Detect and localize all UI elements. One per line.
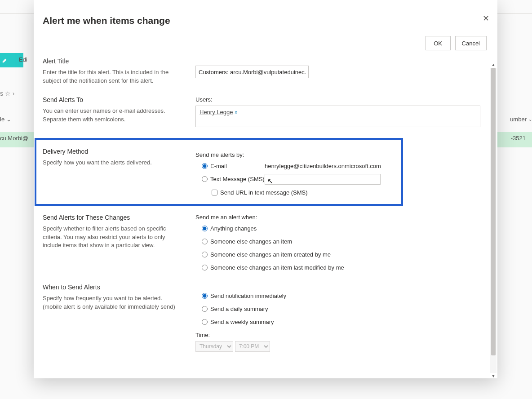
ok-button[interactable]: OK xyxy=(426,36,451,50)
cancel-button[interactable]: Cancel xyxy=(455,36,487,50)
alert-settings-dialog: Alert me when items change ✕ ▲ ▼ OK Canc… xyxy=(34,0,497,378)
changes-desc: Specify whether to filter alerts based o… xyxy=(43,225,177,250)
when-opt-0-label: Send notification immediately xyxy=(210,293,286,299)
when-opt-2-radio[interactable] xyxy=(202,319,208,325)
delivery-desc: Specify how you want the alerts delivere… xyxy=(43,159,177,167)
when-opt-0-radio[interactable] xyxy=(202,293,208,299)
when-heading: When to Send Alerts xyxy=(43,284,177,291)
dialog-buttons-top: OK Cancel xyxy=(43,36,488,50)
dialog-title: Alert me when items change xyxy=(43,15,488,26)
section-changes: Send Alerts for These Changes Specify wh… xyxy=(43,214,488,273)
time-hour-select[interactable]: 7:00 PM xyxy=(235,341,270,352)
delivery-heading: Delivery Method xyxy=(43,148,177,155)
send-to-heading: Send Alerts To xyxy=(43,96,177,103)
users-label: Users: xyxy=(195,96,488,103)
user-chip-remove-icon[interactable]: x xyxy=(235,109,237,115)
change-opt-1-label: Someone else changes an item xyxy=(210,238,292,245)
section-when: When to Send Alerts Specify how frequent… xyxy=(43,284,488,352)
delivery-highlight: Delivery Method Specify how you want the… xyxy=(35,138,403,206)
send-to-desc: You can enter user names or e-mail addre… xyxy=(43,107,177,124)
delivery-email-radio[interactable] xyxy=(202,163,208,169)
delivery-email-value: henrylegge@citizenbuilders.onmicrosoft.c… xyxy=(265,163,397,169)
send-by-label: Send me alerts by: xyxy=(195,151,397,158)
time-day-select[interactable]: Thursday xyxy=(195,341,233,352)
change-opt-0-radio[interactable] xyxy=(202,226,208,231)
section-alert-title: Alert Title Enter the title for this ale… xyxy=(43,58,488,85)
time-label: Time: xyxy=(195,332,488,338)
send-url-checkbox[interactable] xyxy=(212,190,217,195)
send-url-label: Send URL in text message (SMS) xyxy=(220,189,308,196)
when-opt-2-label: Send a weekly summary xyxy=(210,319,274,325)
delivery-sms-input[interactable] xyxy=(265,174,381,185)
section-send-to: Send Alerts To You can enter user names … xyxy=(43,96,488,127)
changes-when-label: Send me an alert when: xyxy=(195,214,488,221)
change-opt-1-radio[interactable] xyxy=(202,239,208,244)
delivery-email-label: E-mail xyxy=(210,163,227,169)
alert-title-heading: Alert Title xyxy=(43,58,177,65)
change-opt-2-radio[interactable] xyxy=(202,252,208,257)
user-chip-name[interactable]: Henry Legge xyxy=(200,109,233,115)
scrollbar[interactable]: ▲ ▼ xyxy=(490,68,497,373)
dialog-body: ▲ ▼ OK Cancel Alert Title Enter the titl… xyxy=(34,30,497,378)
section-delivery: Delivery Method Specify how you want the… xyxy=(43,148,397,196)
changes-heading: Send Alerts for These Changes xyxy=(43,214,177,221)
when-desc: Specify how frequently you want to be al… xyxy=(43,294,177,311)
close-button[interactable]: ✕ xyxy=(483,13,489,23)
dialog-header: Alert me when items change ✕ xyxy=(34,0,497,30)
delivery-sms-label: Text Message (SMS) xyxy=(210,176,265,182)
change-opt-3-radio[interactable] xyxy=(202,265,208,270)
change-opt-3-label: Someone else changes an item last modifi… xyxy=(210,264,344,271)
users-input[interactable]: Henry Legge x xyxy=(195,106,480,127)
delivery-sms-radio[interactable] xyxy=(202,176,208,182)
user-chip: Henry Legge x xyxy=(200,109,237,115)
scroll-thumb[interactable] xyxy=(491,68,496,355)
scroll-down-icon[interactable]: ▼ xyxy=(490,373,497,378)
change-opt-2-label: Someone else changes an item created by … xyxy=(210,251,331,258)
when-opt-1-radio[interactable] xyxy=(202,306,208,312)
scroll-up-icon[interactable]: ▲ xyxy=(490,62,497,68)
alert-title-desc: Enter the title for this alert. This is … xyxy=(43,68,177,85)
when-opt-1-label: Send a daily summary xyxy=(210,306,268,312)
alert-title-input[interactable] xyxy=(195,66,309,78)
change-opt-0-label: Anything changes xyxy=(210,225,257,232)
